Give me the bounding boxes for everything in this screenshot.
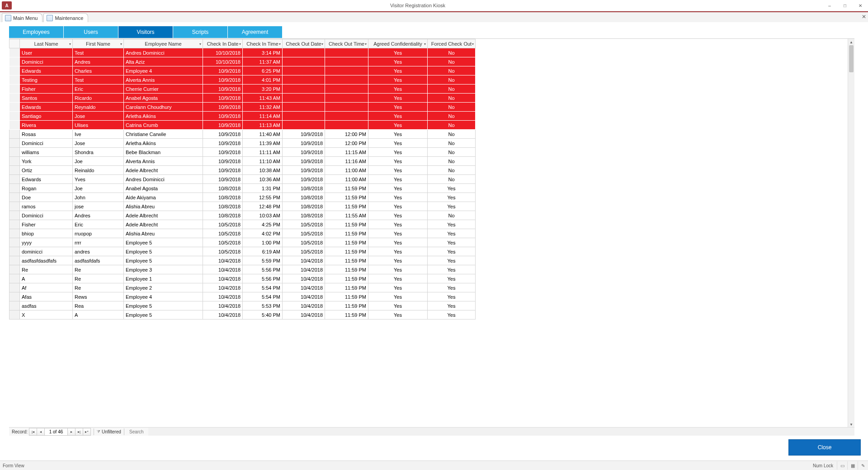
cell[interactable]: Andres Dominicci xyxy=(124,48,203,57)
cell[interactable]: 12:00 PM xyxy=(325,130,368,139)
cell[interactable]: Reinaldo xyxy=(73,166,124,175)
cell[interactable]: Yes xyxy=(368,139,428,148)
cell[interactable]: No xyxy=(428,85,476,94)
cell[interactable]: 10/9/2018 xyxy=(203,112,243,121)
cell[interactable]: No xyxy=(428,157,476,166)
cell[interactable]: Andres xyxy=(73,57,124,66)
cell[interactable]: Cherrie Currier xyxy=(124,85,203,94)
cell[interactable] xyxy=(283,103,325,112)
cell[interactable]: 4:25 PM xyxy=(243,220,283,229)
cell[interactable]: 5:54 PM xyxy=(243,292,283,301)
col-forced[interactable]: Forced Check Out▾ xyxy=(428,39,476,48)
dropdown-icon[interactable]: ▾ xyxy=(239,42,241,46)
dropdown-icon[interactable]: ▾ xyxy=(365,42,367,46)
cell[interactable]: Employee 5 xyxy=(124,238,203,247)
cell[interactable]: Yes xyxy=(428,229,476,238)
cell[interactable]: Reynaldo xyxy=(73,103,124,112)
cell[interactable]: 10/5/2018 xyxy=(283,238,325,247)
cell[interactable]: No xyxy=(428,121,476,130)
cell[interactable]: Joe xyxy=(73,184,124,193)
cell[interactable]: 10/4/2018 xyxy=(203,256,243,265)
cell[interactable]: 10/5/2018 xyxy=(283,247,325,256)
cell[interactable]: dominicci xyxy=(20,247,73,256)
row-selector[interactable] xyxy=(9,292,20,301)
cell[interactable]: Yes xyxy=(368,202,428,211)
table-row[interactable]: DominicciJoseArletha Aikins10/9/201811:3… xyxy=(9,139,476,148)
table-row[interactable]: dominicciandresEmployee 510/5/20186:19 A… xyxy=(9,247,476,256)
cell[interactable]: 10/8/2018 xyxy=(203,184,243,193)
cell[interactable]: 11:59 PM xyxy=(325,274,368,283)
nav-last-button[interactable]: ▸| xyxy=(75,428,83,436)
cell[interactable]: 11:59 PM xyxy=(325,220,368,229)
cell[interactable]: Shondra xyxy=(73,148,124,157)
table-row[interactable]: OrtizReinaldoAdele Albrecht10/9/201810:3… xyxy=(9,166,476,175)
cell[interactable]: Yes xyxy=(368,157,428,166)
col-agreed[interactable]: Agreed Confidentiality▾ xyxy=(368,39,428,48)
cell[interactable]: 11:10 AM xyxy=(243,157,283,166)
row-selector[interactable] xyxy=(9,220,20,229)
cell[interactable]: 10/9/2018 xyxy=(203,66,243,75)
cell[interactable]: Rogan xyxy=(20,184,73,193)
cell[interactable]: 11:43 AM xyxy=(243,94,283,103)
row-selector[interactable] xyxy=(9,274,20,283)
cell[interactable]: ramos xyxy=(20,202,73,211)
cell[interactable]: Eric xyxy=(73,85,124,94)
cell[interactable]: Employee 5 xyxy=(124,247,203,256)
cell[interactable]: 10/9/2018 xyxy=(283,175,325,184)
cell[interactable]: Testing xyxy=(20,75,73,85)
row-selector[interactable] xyxy=(9,130,20,139)
cell[interactable]: Arletha Aikins xyxy=(124,112,203,121)
cell[interactable]: Yes xyxy=(368,130,428,139)
view-form-icon[interactable]: ▭ xyxy=(837,461,847,470)
cell[interactable]: Yes xyxy=(428,220,476,229)
cell[interactable]: 10/9/2018 xyxy=(203,139,243,148)
dropdown-icon[interactable]: ▾ xyxy=(472,42,474,46)
cell[interactable]: Yes xyxy=(428,238,476,247)
select-all-corner[interactable] xyxy=(9,39,20,48)
maximize-button[interactable]: □ xyxy=(837,0,853,11)
cell[interactable]: 5:56 PM xyxy=(243,274,283,283)
cell[interactable]: Employee 5 xyxy=(124,310,203,320)
cell[interactable]: Alta Aziz xyxy=(124,57,203,66)
close-button[interactable]: Close xyxy=(788,439,861,456)
cell[interactable]: Yes xyxy=(428,265,476,274)
cell[interactable]: Re xyxy=(20,265,73,274)
cell[interactable]: 10/8/2018 xyxy=(283,193,325,202)
cell[interactable]: 5:53 PM xyxy=(243,301,283,310)
cell[interactable]: Alishia Abreu xyxy=(124,202,203,211)
cell[interactable] xyxy=(325,48,368,57)
nav-first-button[interactable]: |◂ xyxy=(29,428,37,436)
cell[interactable] xyxy=(325,103,368,112)
cell[interactable]: 11:00 AM xyxy=(325,175,368,184)
cell[interactable]: 10/4/2018 xyxy=(203,283,243,292)
cell[interactable]: yyyy xyxy=(20,238,73,247)
cell[interactable]: Yes xyxy=(368,85,428,94)
row-selector[interactable] xyxy=(9,202,20,211)
cell[interactable]: 10/5/2018 xyxy=(203,247,243,256)
subtab-scripts[interactable]: Scripts xyxy=(173,26,228,38)
cell[interactable]: 5:54 PM xyxy=(243,283,283,292)
table-row[interactable]: FisherEricCherrie Currier10/9/20183:20 P… xyxy=(9,85,476,94)
cell[interactable]: Andres xyxy=(73,211,124,220)
cell[interactable]: 11:59 PM xyxy=(325,310,368,320)
cell[interactable]: Adele Albrecht xyxy=(124,166,203,175)
table-row[interactable]: EdwardsReynaldoCarolann Choudhury10/9/20… xyxy=(9,103,476,112)
cell[interactable]: Adele Albrecht xyxy=(124,220,203,229)
cell[interactable]: Alverta Annis xyxy=(124,75,203,85)
cell[interactable]: 1:31 PM xyxy=(243,184,283,193)
table-row[interactable]: DominicciAndresAdele Albrecht10/8/201810… xyxy=(9,211,476,220)
cell[interactable] xyxy=(283,66,325,75)
cell[interactable]: 10/5/2018 xyxy=(283,220,325,229)
cell[interactable] xyxy=(325,57,368,66)
cell[interactable]: Edwards xyxy=(20,175,73,184)
cell[interactable]: 10/9/2018 xyxy=(203,148,243,157)
doc-tab-maintenance[interactable]: Maintenance xyxy=(43,13,88,22)
cell[interactable]: User xyxy=(20,48,73,57)
cell[interactable]: asdfasfdafs xyxy=(73,256,124,265)
cell[interactable]: Re xyxy=(73,265,124,274)
cell[interactable]: Yes xyxy=(428,301,476,310)
cell[interactable]: 10/5/2018 xyxy=(203,229,243,238)
cell[interactable]: Yes xyxy=(368,238,428,247)
cell[interactable]: Yves xyxy=(73,175,124,184)
cell[interactable]: Yes xyxy=(368,94,428,103)
